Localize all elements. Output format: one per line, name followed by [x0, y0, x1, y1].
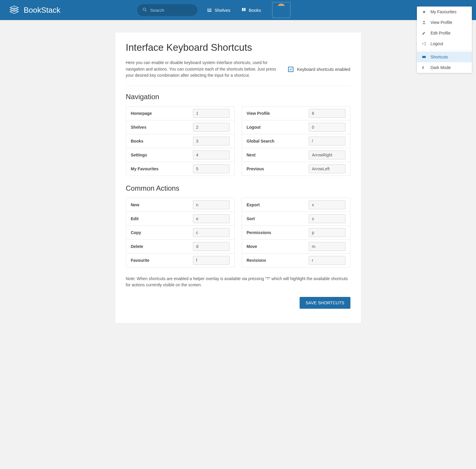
nav-shortcut-input[interactable]	[309, 123, 345, 132]
action-shortcut-input[interactable]	[193, 242, 230, 251]
nav-books[interactable]: Books	[241, 7, 261, 13]
nav-shortcut-input[interactable]	[193, 123, 230, 132]
action-shortcut-label: Move	[247, 244, 257, 249]
dropdown-label: Shortcuts	[430, 55, 448, 59]
svg-point-0	[143, 8, 146, 11]
navigation-col-right: View ProfileLogoutGlobal SearchNextPrevi…	[242, 106, 350, 176]
nav-shortcut-input[interactable]	[309, 164, 345, 173]
avatar	[278, 4, 285, 6]
svg-line-1	[145, 10, 146, 11]
navigation-col-left: HomepageShelvesBooksSettingsMy Favourite…	[126, 106, 235, 176]
action-shortcut-input[interactable]	[309, 214, 345, 223]
user-menu-trigger[interactable]	[272, 2, 290, 18]
actions-col-right: ExportSortPermissionsMoveRevisions	[242, 198, 350, 267]
logout-icon	[422, 42, 426, 46]
shelves-icon	[207, 7, 212, 13]
page-title: Interface Keyboard Shortcuts	[126, 42, 350, 53]
keyboard-icon	[422, 55, 426, 59]
intro-text: Here you can enable or disable keyboard …	[126, 60, 276, 79]
action-shortcut-input[interactable]	[193, 214, 230, 223]
nav-shortcut-label: Shelves	[131, 125, 147, 130]
pencil-icon	[422, 31, 426, 35]
dropdown-label: View Profile	[430, 20, 452, 25]
nav-shortcut-input[interactable]	[193, 109, 230, 118]
action-shortcut-row: Permissions	[242, 226, 350, 240]
brand-name: BookStack	[24, 6, 60, 15]
nav-books-label: Books	[249, 8, 261, 13]
action-shortcut-input[interactable]	[193, 228, 230, 237]
dropdown-logout[interactable]: Logout	[417, 38, 472, 49]
moon-icon	[422, 66, 426, 70]
shortcuts-enabled-label: Keyboard shortcuts enabled	[297, 67, 350, 72]
action-shortcut-row: Move	[242, 240, 350, 254]
nav-shortcut-label: Next	[247, 153, 256, 157]
shortcuts-enabled-toggle[interactable]: Keyboard shortcuts enabled	[288, 67, 350, 72]
action-shortcut-input[interactable]	[309, 256, 345, 265]
action-shortcut-row: Favourite	[126, 254, 234, 267]
nav-shortcut-label: Global Search	[247, 139, 274, 143]
dropdown-label: Dark Mode	[430, 65, 451, 70]
dropdown-label: My Favourites	[430, 9, 456, 14]
dropdown-edit-profile[interactable]: Edit Profile	[417, 28, 472, 38]
app-header: BookStack Shelves Books ★ My Fav	[0, 0, 476, 20]
nav-shortcut-row: My Favourites	[126, 162, 234, 176]
action-shortcut-row: Delete	[126, 240, 234, 254]
dropdown-dark-mode[interactable]: Dark Mode	[417, 62, 472, 73]
action-shortcut-input[interactable]	[309, 228, 345, 237]
actions-grid: NewEditCopyDeleteFavourite ExportSortPer…	[126, 198, 350, 267]
action-shortcut-row: Export	[242, 198, 350, 212]
navigation-grid: HomepageShelvesBooksSettingsMy Favourite…	[126, 106, 350, 176]
nav-shortcut-row: Previous	[242, 162, 350, 176]
nav-shortcut-label: Logout	[247, 125, 261, 130]
svg-rect-3	[422, 56, 426, 58]
dropdown-shortcuts[interactable]: Shortcuts	[417, 52, 472, 62]
action-shortcut-label: Revisions	[247, 258, 266, 263]
nav-shortcut-label: Previous	[247, 166, 264, 171]
action-shortcut-label: Export	[247, 202, 260, 207]
checkbox-icon	[288, 67, 293, 72]
nav-shortcut-row: Logout	[242, 120, 350, 134]
bookstack-logo-icon	[8, 4, 20, 16]
nav-shortcut-input[interactable]	[193, 151, 230, 159]
nav-shelves-label: Shelves	[215, 8, 230, 13]
action-shortcut-label: Sort	[247, 216, 255, 221]
nav-shortcut-input[interactable]	[193, 164, 230, 173]
star-icon: ★	[422, 9, 426, 14]
logo[interactable]: BookStack	[8, 4, 60, 16]
save-shortcuts-button[interactable]: SAVE SHORTCUTS	[300, 297, 350, 309]
nav-shortcut-row: Homepage	[126, 107, 234, 120]
actions-col-left: NewEditCopyDeleteFavourite	[126, 198, 235, 267]
action-shortcut-input[interactable]	[309, 200, 345, 209]
main-card: Interface Keyboard Shortcuts Here you ca…	[115, 32, 361, 323]
nav-shortcut-input[interactable]	[309, 109, 345, 118]
nav-shortcut-row: Global Search	[242, 134, 350, 148]
dropdown-view-profile[interactable]: View Profile	[417, 17, 472, 28]
nav-shortcut-row: Shelves	[126, 120, 234, 134]
action-shortcut-label: Permissions	[247, 230, 271, 235]
dropdown-my-favourites[interactable]: ★ My Favourites	[417, 6, 472, 17]
action-shortcut-row: Copy	[126, 226, 234, 240]
nav-shortcut-row: Settings	[126, 148, 234, 162]
user-dropdown: ★ My Favourites View Profile Edit Profil…	[417, 6, 472, 73]
nav-shortcut-input[interactable]	[309, 151, 345, 159]
search-input[interactable]	[150, 8, 192, 13]
global-search[interactable]	[137, 4, 197, 16]
nav-shortcut-input[interactable]	[309, 137, 345, 146]
action-shortcut-label: Delete	[131, 244, 143, 249]
action-shortcut-input[interactable]	[309, 242, 345, 251]
nav-shortcut-label: View Profile	[247, 111, 270, 116]
nav-shelves[interactable]: Shelves	[207, 7, 230, 13]
person-icon	[422, 20, 426, 24]
section-title-navigation: Navigation	[126, 93, 350, 101]
nav-shortcut-input[interactable]	[193, 137, 230, 146]
action-shortcut-label: Favourite	[131, 258, 150, 263]
dropdown-label: Logout	[430, 41, 443, 46]
dropdown-separator	[417, 50, 472, 50]
dropdown-label: Edit Profile	[430, 31, 451, 35]
action-shortcut-row: Sort	[242, 212, 350, 226]
action-shortcut-input[interactable]	[193, 200, 230, 209]
action-shortcut-input[interactable]	[193, 256, 230, 265]
section-title-actions: Common Actions	[126, 184, 350, 192]
search-icon	[142, 7, 147, 13]
books-icon	[241, 7, 246, 13]
